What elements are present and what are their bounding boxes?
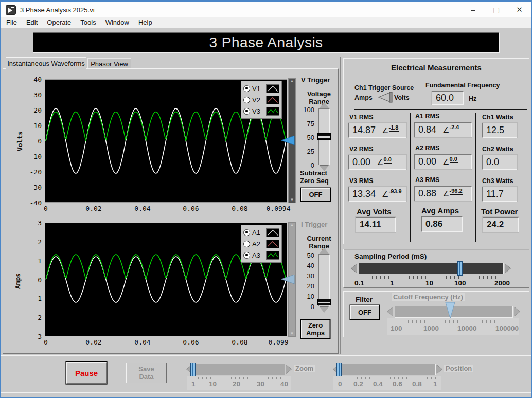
ch3-watts-label: Ch3 Watts — [482, 177, 513, 185]
v-trigger-cursor-icon[interactable] — [281, 135, 295, 146]
avg-amps-value: 0.86 — [421, 216, 463, 232]
a2-rms-label: A2 RMS — [415, 144, 439, 152]
legend-row-v3[interactable]: V3 — [243, 105, 279, 117]
v-range-increment-icon[interactable] — [320, 102, 329, 108]
amps-ytick: 2 — [22, 238, 42, 246]
a1-line-sample[interactable] — [266, 228, 279, 237]
tab-phasor-view[interactable]: Phasor View — [87, 58, 131, 69]
menu-file[interactable]: File — [2, 17, 22, 28]
ch1-watts-label: Ch1 Watts — [482, 114, 513, 121]
scroll-down-icon[interactable]: ▼ — [290, 198, 294, 202]
v2-radio[interactable] — [243, 97, 250, 103]
zero-amps-button[interactable]: Zero Amps — [301, 320, 330, 338]
tab-instantaneous-waveforms[interactable]: Instantaneous Waveforms — [6, 57, 86, 69]
a2-label: A2 — [252, 240, 266, 248]
close-button[interactable]: ✕ — [508, 2, 531, 18]
fundamental-frequency-input[interactable]: 60.0 — [432, 91, 464, 105]
volts-ytick: 10 — [22, 122, 42, 130]
filter-off-button[interactable]: OFF — [350, 305, 379, 319]
v2-label: V2 — [252, 96, 266, 104]
zoom-increment-icon[interactable] — [286, 365, 291, 374]
a1-radio[interactable] — [243, 229, 250, 236]
zoom-slider[interactable] — [193, 364, 285, 375]
position-handle[interactable] — [336, 363, 342, 376]
scroll-up-icon[interactable]: ▲ — [290, 79, 294, 83]
position-increment-icon[interactable] — [436, 365, 442, 374]
subtract-zero-seq-button[interactable]: OFF — [301, 188, 330, 201]
app-window: 3 Phase Analysis 2025.vi – ▢ ✕ File Edit… — [0, 0, 532, 398]
tot-power-value: 24.2 — [483, 217, 519, 232]
menu-operate[interactable]: Operate — [42, 17, 76, 28]
v3-label: V3 — [252, 107, 266, 115]
v3-line-sample[interactable] — [266, 107, 279, 116]
v1-radio[interactable] — [243, 85, 250, 92]
save-data-button[interactable]: Save Data — [126, 363, 167, 383]
v-trigger-title: V Trigger — [301, 76, 330, 84]
trigger-source-switch[interactable] — [378, 91, 393, 103]
sampling-period-handle[interactable] — [457, 261, 463, 276]
menu-help[interactable]: Help — [134, 17, 157, 28]
position-slider[interactable] — [340, 364, 436, 375]
scroll-down-icon[interactable]: ▼ — [290, 332, 294, 336]
v1-line-sample[interactable] — [266, 84, 279, 93]
amps-xtick: 0 — [32, 338, 59, 346]
legend-row-v2[interactable]: V2 — [243, 94, 279, 105]
title-bar: 3 Phase Analysis 2025.vi – ▢ ✕ — [1, 1, 532, 17]
v-range-scale: 75 — [301, 120, 314, 128]
volts-ytick: 40 — [22, 76, 42, 83]
cutoff-scale: 100000 — [495, 324, 519, 332]
amps-axis-label: Amps — [14, 273, 22, 289]
zoom-ticks — [194, 377, 286, 379]
position-scale: 0.6 — [393, 380, 402, 388]
volts-xtick: 0.08 — [226, 205, 253, 212]
menu-edit[interactable]: Edit — [22, 17, 42, 28]
cutoff-scale: 1000 — [423, 324, 439, 332]
cutoff-increment-icon[interactable] — [514, 307, 520, 316]
maximize-button[interactable]: ▢ — [485, 2, 508, 18]
legend-row-a1[interactable]: A1 — [243, 227, 279, 238]
a3-radio[interactable] — [243, 252, 250, 259]
sampling-scale: 2000 — [494, 279, 510, 287]
current-range-handle[interactable] — [317, 299, 331, 305]
v-range-decrement-icon[interactable] — [320, 166, 329, 171]
volts-ytick: 20 — [22, 106, 42, 114]
i-range-decrement-icon[interactable] — [320, 307, 329, 313]
cutoff-scale: 10000 — [457, 324, 477, 332]
divider — [1, 355, 532, 356]
ch2-watts-value: 0.0 — [482, 155, 517, 170]
volts-axis-label: Volts — [16, 131, 24, 151]
sampling-decrement-icon[interactable] — [351, 264, 357, 273]
volts-xtick: 0.02 — [80, 205, 107, 212]
legend-row-v1[interactable]: V1 — [243, 83, 279, 94]
cutoff-frequency-handle[interactable] — [445, 302, 456, 319]
volts-ytick: 0 — [22, 137, 42, 145]
a3-line-sample[interactable] — [266, 251, 279, 260]
legend-row-a2[interactable]: A2 — [243, 238, 279, 249]
sampling-increment-icon[interactable] — [505, 264, 510, 273]
legend-row-a3[interactable]: A3 — [243, 249, 279, 261]
i-range-scale: 20 — [301, 282, 314, 290]
zoom-handle[interactable] — [190, 363, 196, 376]
v2-line-sample[interactable] — [266, 96, 279, 104]
i-trigger-cursor-icon[interactable] — [281, 274, 295, 284]
v2-rms-value: 0.00∠0.0 — [348, 155, 406, 170]
a2-line-sample[interactable] — [266, 240, 279, 248]
menu-window[interactable]: Window — [101, 17, 134, 28]
ch1-trigger-source-label: Ch1 Trigger Source — [354, 84, 414, 92]
minimize-button[interactable]: – — [462, 2, 485, 18]
sampling-period-slider[interactable] — [359, 263, 504, 274]
pause-button[interactable]: Pause — [66, 362, 107, 384]
amps-ytick: 1 — [22, 257, 42, 265]
scroll-up-icon[interactable]: ▲ — [290, 223, 294, 227]
v1-rms-value: 14.87∠-1.8 — [348, 123, 406, 138]
menu-tools[interactable]: Tools — [76, 17, 100, 28]
i-range-increment-icon[interactable] — [320, 248, 329, 254]
voltage-range-handle[interactable] — [317, 133, 331, 140]
amps-xtick: 0.02 — [80, 338, 107, 346]
angle-icon: ∠ — [442, 157, 449, 167]
v3-radio[interactable] — [243, 108, 250, 115]
a2-radio[interactable] — [243, 241, 250, 247]
cutoff-decrement-icon[interactable] — [387, 307, 393, 316]
zoom-scale: 30 — [257, 380, 264, 388]
avg-amps-label: Avg Amps — [421, 206, 459, 215]
